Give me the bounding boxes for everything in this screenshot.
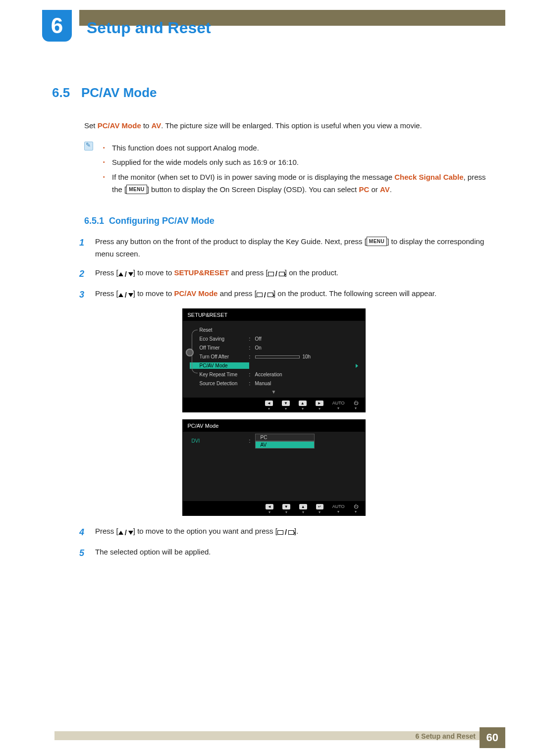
text: ] to move to: [133, 268, 174, 277]
step-number: 1: [79, 235, 86, 260]
text: ] on the product. The following screen w…: [273, 289, 436, 298]
subsection-heading: 6.5.1 Configuring PC/AV Mode: [84, 216, 495, 226]
note-item: Supplied for the wide models only such a…: [103, 156, 495, 169]
footer-chapter-label: 6 Setup and Reset: [416, 732, 476, 740]
osd-value-text: 10h: [303, 354, 311, 359]
text: Press [: [95, 527, 118, 535]
osd-menu-item: Turn Off After: [190, 354, 249, 359]
text: .: [390, 185, 392, 194]
osd-value: Off: [255, 336, 358, 342]
chapter-title: Setup and Reset: [87, 19, 211, 37]
osd-menu-item: Source Detection: [190, 381, 249, 386]
text: and press [: [217, 289, 256, 298]
highlight-av: AV: [380, 185, 390, 194]
text: and press [: [229, 268, 268, 277]
slider-bar: [255, 355, 300, 358]
osd-nav-bar: ◄▾ ▼▾ ▲▾ ↵▾ AUTO▾ ⏻▾: [183, 501, 365, 515]
chapter-number-tab: 6: [42, 10, 72, 42]
nav-power-icon: ⏻: [354, 504, 358, 509]
osd-body: DVI : PC AV: [183, 432, 365, 501]
menu-button-label: MENU: [367, 237, 387, 246]
text: Set: [84, 121, 98, 130]
text: Press [: [95, 268, 118, 277]
text: ].: [294, 527, 298, 535]
note-icon: [84, 142, 93, 151]
steps-list: 1 Press any button on the front of the p…: [79, 235, 495, 302]
section-title: PC/AV Mode: [81, 85, 157, 101]
step-number: 4: [79, 525, 86, 540]
step-item: 2 Press [/] to move to SETUP&RESET and p…: [79, 266, 495, 282]
nav-auto-label: AUTO: [332, 401, 345, 405]
source-enter-icon: /: [268, 267, 285, 280]
highlight-setupreset: SETUP&RESET: [174, 268, 229, 277]
chevron-right-icon: [356, 364, 358, 368]
osd-screenshots: SETUP&RESET Reset Eco Saving:Off Off Tim…: [182, 308, 366, 516]
section-heading: 6.5 PC/AV Mode: [52, 85, 495, 101]
text: ] on the product.: [285, 268, 338, 277]
osd-pcav-mode: PC/AV Mode DVI : PC AV ◄▾ ▼▾ ▲▾ ↵: [182, 419, 366, 516]
nav-auto-label: AUTO: [332, 504, 345, 509]
note-item: This function does not support Analog mo…: [103, 142, 495, 154]
chapter-header: 6 Setup and Reset: [42, 19, 535, 50]
text: to: [141, 121, 152, 130]
osd-option: PC: [255, 434, 315, 441]
osd-value: On: [255, 345, 358, 351]
highlight-av: AV: [152, 121, 161, 130]
subsection-title: Configuring PC/AV Mode: [109, 216, 214, 226]
page-footer: 6 Setup and Reset 60: [0, 731, 535, 751]
section-number: 6.5: [52, 85, 79, 101]
text: ] to move to: [133, 289, 174, 298]
step-text: The selected option will be applied.: [95, 546, 211, 561]
osd-value: 10h: [255, 354, 358, 359]
nav-enter-icon: ↵: [316, 504, 323, 509]
osd-title: PC/AV Mode: [183, 420, 365, 432]
text: If the monitor (when set to DVI) is in p…: [112, 173, 394, 181]
up-down-icon: /: [118, 526, 133, 539]
highlight-pcav: PC/AV Mode: [98, 121, 141, 130]
section-intro: Set PC/AV Mode to AV. The picture size w…: [84, 120, 495, 132]
subsection-number: 6.5.1: [84, 216, 104, 226]
nav-back-icon: ◄: [265, 401, 273, 406]
note-list: This function does not support Analog mo…: [103, 142, 495, 198]
source-enter-icon: /: [277, 526, 294, 539]
highlight-check-signal: Check Signal Cable: [394, 173, 463, 181]
gear-icon: [186, 349, 194, 356]
osd-menu-item: Eco Saving: [190, 336, 249, 342]
step-number: 2: [79, 266, 86, 282]
nav-up-icon: ▲: [299, 401, 307, 406]
step-item: 4 Press [/] to move to the option you wa…: [79, 525, 495, 540]
osd-menu-item: Reset: [190, 327, 249, 333]
osd-value: Manual: [255, 381, 358, 386]
osd-menu-item-active: DVI: [190, 438, 249, 444]
text: or: [369, 185, 380, 194]
menu-button-label: MENU: [126, 185, 147, 194]
step-number: 3: [79, 287, 86, 302]
osd-value: Acceleration: [255, 372, 358, 377]
step-text: Press any button on the front of the pro…: [95, 235, 495, 260]
source-enter-icon: /: [257, 289, 273, 302]
step-item: 1 Press any button on the front of the p…: [79, 235, 495, 260]
nav-back-icon: ◄: [266, 504, 273, 509]
osd-title: SETUP&RESET: [183, 309, 365, 321]
highlight-pcav-mode: PC/AV Mode: [174, 289, 217, 298]
step-text: Press [/] to move to PC/AV Mode and pres…: [95, 287, 436, 302]
text: ] button to display the On Screen Displa…: [147, 185, 359, 194]
step-text: Press [/] to move to the option you want…: [95, 525, 298, 540]
osd-menu-item: Off Timer: [190, 345, 249, 351]
highlight-pc: PC: [359, 185, 369, 194]
text: ] to move to the option you want and pre…: [133, 527, 277, 535]
osd-menu-item-selected: PC/AV Mode: [190, 362, 249, 369]
osd-dropdown: PC AV: [255, 434, 358, 449]
text: Press any button on the front of the pro…: [95, 237, 367, 246]
step-text: Press [/] to move to SETUP&RESET and pre…: [95, 266, 338, 282]
step-item: 5 The selected option will be applied.: [79, 546, 495, 561]
osd-setup-reset: SETUP&RESET Reset Eco Saving:Off Off Tim…: [182, 308, 366, 412]
nav-up-icon: ▲: [299, 504, 307, 509]
note-item: If the monitor (when set to DVI) is in p…: [103, 171, 495, 196]
osd-menu-item: Key Repeat Time: [190, 372, 249, 377]
nav-down-icon: ▼: [282, 401, 290, 406]
note-block: This function does not support Analog mo…: [84, 142, 495, 198]
chevron-down-icon: ▼: [190, 388, 358, 396]
nav-enter-icon: ►: [316, 401, 323, 406]
page-number: 60: [480, 727, 505, 748]
